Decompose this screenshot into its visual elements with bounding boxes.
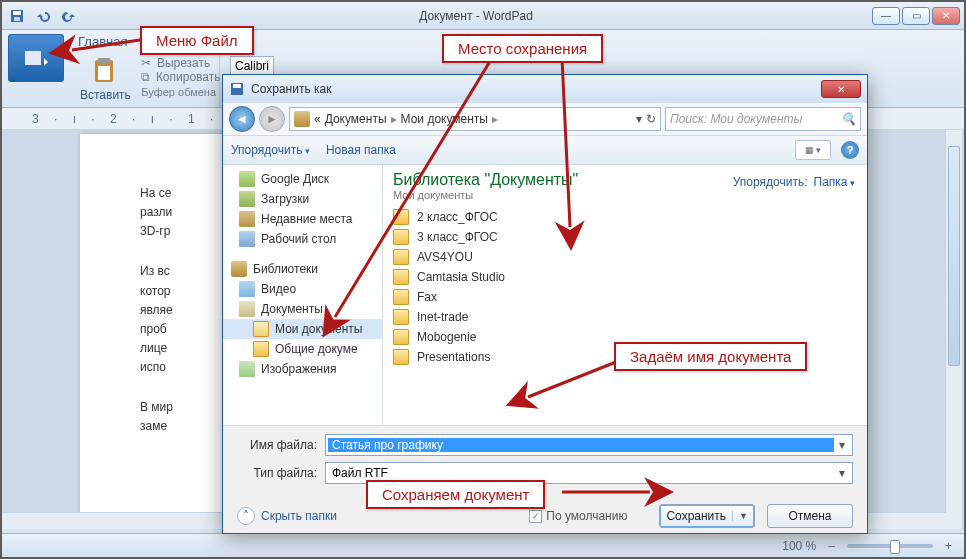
nav-back-button[interactable]: ◄	[229, 106, 255, 132]
cancel-button[interactable]: Отмена	[767, 504, 853, 528]
folder-icon	[393, 229, 409, 245]
clipboard-group: Вставить ✂Вырезать ⧉Копировать Буфер обм…	[70, 52, 220, 107]
refresh-icon[interactable]: ↻	[646, 112, 656, 126]
font-name-combo[interactable]: Calibri	[230, 56, 274, 76]
hide-folders-toggle[interactable]: ˄Скрыть папки	[237, 507, 337, 525]
zoom-slider[interactable]	[847, 544, 933, 548]
folder-item[interactable]: Fax	[393, 287, 857, 307]
default-checkbox[interactable]: ✓По умолчанию	[529, 509, 627, 523]
copy-icon: ⧉	[141, 70, 150, 84]
folder-list-pane: Библиотека "Документы" Мои документы Упо…	[383, 165, 867, 425]
save-button[interactable]: Сохранить▼	[659, 504, 755, 528]
paste-label: Вставить	[80, 88, 131, 102]
tree-my-documents[interactable]: Мои документы	[223, 319, 382, 339]
zoom-out-button[interactable]: –	[828, 539, 835, 553]
zoom-label: 100 %	[782, 539, 816, 553]
folder-icon	[393, 209, 409, 225]
help-icon[interactable]: ?	[841, 141, 859, 159]
tree-shared-documents[interactable]: Общие докуме	[223, 339, 382, 359]
tree-downloads[interactable]: Загрузки	[223, 189, 382, 209]
tree-images[interactable]: Изображения	[223, 359, 382, 379]
maximize-button[interactable]: ▭	[902, 7, 930, 25]
svg-rect-5	[98, 58, 110, 64]
copy-button[interactable]: ⧉Копировать	[141, 70, 221, 84]
save-as-dialog: Сохранить как ✕ ◄ ► « Документы▸ Мои док…	[222, 74, 868, 534]
minimize-button[interactable]: —	[872, 7, 900, 25]
folder-icon	[393, 269, 409, 285]
tree-desktop[interactable]: Рабочий стол	[223, 229, 382, 249]
chevron-down-icon[interactable]: ▾	[834, 466, 850, 480]
svg-rect-2	[14, 17, 20, 21]
callout-set-name: Задаём имя документа	[614, 342, 807, 371]
qat-save-icon[interactable]	[6, 5, 28, 27]
filetype-label: Тип файла:	[237, 466, 317, 480]
svg-rect-8	[233, 84, 241, 88]
svg-rect-6	[98, 66, 110, 80]
vertical-scrollbar[interactable]	[945, 130, 962, 529]
tree-libraries[interactable]: Библиотеки	[223, 259, 382, 279]
folder-item[interactable]: Camtasia Studio	[393, 267, 857, 287]
view-mode-button[interactable]: ▦ ▾	[795, 140, 831, 160]
folder-icon	[393, 289, 409, 305]
tree-video[interactable]: Видео	[223, 279, 382, 299]
close-button[interactable]: ✕	[932, 7, 960, 25]
svg-rect-1	[13, 11, 21, 15]
wordpad-title: Документ - WordPad	[80, 9, 872, 23]
qat-redo-icon[interactable]	[58, 5, 80, 27]
nav-row: ◄ ► « Документы▸ Мои документы▸ ▾↻ Поиск…	[223, 103, 867, 135]
address-bar[interactable]: « Документы▸ Мои документы▸ ▾↻	[289, 107, 661, 131]
folder-icon	[393, 309, 409, 325]
callout-save-location: Место сохранения	[442, 34, 603, 63]
folder-item[interactable]: Inet-trade	[393, 307, 857, 327]
cut-button[interactable]: ✂Вырезать	[141, 56, 221, 70]
save-icon	[229, 81, 245, 97]
scissors-icon: ✂	[141, 56, 151, 70]
dialog-title: Сохранить как	[251, 82, 331, 96]
search-icon: 🔍	[841, 112, 856, 126]
new-folder-button[interactable]: Новая папка	[326, 143, 396, 157]
chevron-up-icon: ˄	[237, 507, 255, 525]
callout-do-save: Сохраняем документ	[366, 480, 545, 509]
qat-undo-icon[interactable]	[32, 5, 54, 27]
filename-input[interactable]: Статья про графику▾	[325, 434, 853, 456]
dialog-close-button[interactable]: ✕	[821, 80, 861, 98]
folder-item[interactable]: 3 класс_ФГОС	[393, 227, 857, 247]
ribbon-tab-home[interactable]: Главная	[78, 34, 127, 49]
filename-label: Имя файла:	[237, 438, 317, 452]
sort-control[interactable]: Упорядочить: Папка	[733, 175, 855, 189]
dialog-toolbar: Упорядочить Новая папка ▦ ▾ ?	[223, 135, 867, 165]
tree-documents[interactable]: Документы	[223, 299, 382, 319]
folder-icon	[393, 329, 409, 345]
tree-recent[interactable]: Недавние места	[223, 209, 382, 229]
organize-menu[interactable]: Упорядочить	[231, 143, 310, 157]
search-input[interactable]: Поиск: Мои документы 🔍	[665, 107, 861, 131]
library-icon	[294, 111, 310, 127]
zoom-in-button[interactable]: +	[945, 539, 952, 553]
clipboard-group-label: Буфер обмена	[137, 86, 221, 98]
folder-icon	[393, 349, 409, 365]
file-menu-button[interactable]	[8, 34, 64, 82]
folder-icon	[393, 249, 409, 265]
svg-rect-3	[25, 51, 41, 65]
nav-forward-button[interactable]: ►	[259, 106, 285, 132]
library-subtitle: Мои документы	[393, 189, 857, 201]
callout-file-menu: Меню Файл	[140, 26, 254, 55]
folder-item[interactable]: 2 класс_ФГОС	[393, 207, 857, 227]
nav-tree[interactable]: Google Диск Загрузки Недавние места Рабо…	[223, 165, 383, 425]
tree-google-drive[interactable]: Google Диск	[223, 169, 382, 189]
folder-item[interactable]: AVS4YOU	[393, 247, 857, 267]
paste-button[interactable]: Вставить	[80, 56, 131, 103]
chevron-down-icon[interactable]: ▾	[834, 438, 850, 452]
dialog-titlebar: Сохранить как ✕	[223, 75, 867, 103]
